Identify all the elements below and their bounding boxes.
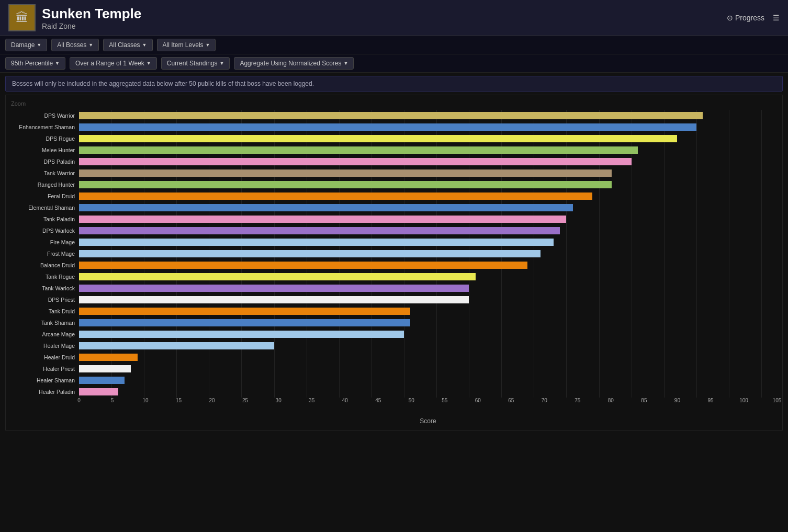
bar-label: Enhancement Shaman	[11, 124, 79, 130]
bar-label: Frost Mage	[11, 251, 79, 257]
x-tick: 70	[542, 398, 547, 403]
bar-label: Tank Warlock	[11, 285, 79, 291]
x-tick: 75	[575, 398, 580, 403]
bar-fill	[79, 296, 469, 303]
damage-filter[interactable]: Damage ▼	[5, 39, 47, 51]
bar-container	[79, 261, 761, 269]
bar-fill	[79, 342, 274, 349]
bar-fill	[79, 377, 125, 384]
chart-row: DPS Rogue	[11, 133, 777, 144]
menu-icon[interactable]: ☰	[773, 14, 780, 22]
chart-row: DPS Warrior	[11, 110, 777, 121]
x-tick: 85	[641, 398, 647, 403]
bar-container	[79, 215, 761, 223]
chart-row: Frost Mage	[11, 248, 777, 259]
bar-container	[79, 169, 761, 177]
x-tick: 35	[309, 398, 314, 403]
bar-fill	[79, 169, 612, 177]
chart-row: Healer Priest	[11, 363, 777, 375]
bar-label: DPS Priest	[11, 297, 79, 303]
bar-container	[79, 365, 761, 373]
chart-row: Feral Druid	[11, 190, 777, 202]
bar-container	[79, 111, 761, 120]
bar-container	[79, 376, 761, 384]
chart-row: Ranged Hunter	[11, 179, 777, 190]
chart-row: Tank Warlock	[11, 282, 777, 294]
bar-fill	[79, 204, 573, 211]
bar-label: Balance Druid	[11, 262, 79, 268]
bar-label: Tank Paladin	[11, 216, 79, 222]
chart-row: Tank Shaman	[11, 317, 777, 329]
bar-label: Healer Shaman	[11, 377, 79, 383]
bar-fill	[79, 193, 592, 200]
x-tick: 5	[111, 398, 114, 403]
standings-filter[interactable]: Current Standings ▼	[161, 57, 230, 70]
info-message: Bosses will only be included in the aggr…	[12, 80, 314, 87]
bar-fill	[79, 285, 469, 292]
x-tick: 20	[209, 398, 215, 403]
item-levels-filter[interactable]: All Item Levels ▼	[157, 39, 216, 51]
bar-container	[79, 353, 761, 361]
bar-fill	[79, 227, 560, 234]
bar-label: DPS Rogue	[11, 135, 79, 142]
bar-fill	[79, 273, 476, 280]
bar-container	[79, 296, 761, 304]
bar-label: Tank Rogue	[11, 274, 79, 280]
header-right: ⊙ Progress ☰	[727, 14, 780, 22]
bar-container	[79, 203, 761, 212]
chart-row: Balance Druid	[11, 259, 777, 271]
range-filter[interactable]: Over a Range of 1 Week ▼	[70, 57, 157, 70]
bosses-filter[interactable]: All Bosses ▼	[51, 39, 99, 51]
zone-icon: 🏛	[8, 4, 36, 31]
bar-fill	[79, 365, 131, 372]
bar-label: DPS Warlock	[11, 228, 79, 234]
chart-row: DPS Priest	[11, 294, 777, 305]
info-bar: Bosses will only be included in the aggr…	[5, 76, 783, 92]
bar-container	[79, 227, 761, 235]
bar-label: Ranged Hunter	[11, 182, 79, 188]
bar-fill	[79, 331, 404, 338]
classes-filter[interactable]: All Classes ▼	[103, 39, 152, 51]
percentile-filter[interactable]: 95th Percentile ▼	[5, 57, 65, 70]
chart-row: Melee Hunter	[11, 144, 777, 156]
bar-container	[79, 134, 761, 143]
chart-row: Elemental Shaman	[11, 202, 777, 213]
x-tick: 55	[442, 398, 447, 403]
chart-row: Healer Paladin	[11, 386, 777, 398]
x-tick: 80	[608, 398, 614, 403]
bar-container	[79, 273, 761, 281]
x-tick: 95	[707, 398, 713, 403]
x-tick: 0	[77, 398, 81, 403]
bar-container	[79, 157, 761, 166]
bar-fill	[79, 250, 541, 257]
bar-container	[79, 238, 761, 246]
chart-row: Tank Paladin	[11, 213, 777, 225]
bar-container	[79, 307, 761, 315]
chart-row: Arcane Mage	[11, 329, 777, 340]
bar-label: Healer Priest	[11, 366, 79, 372]
aggregate-filter[interactable]: Aggregate Using Normalized Scores ▼	[234, 57, 354, 70]
bar-container	[79, 192, 761, 200]
x-tick: 15	[176, 398, 182, 403]
x-tick: 30	[276, 398, 282, 403]
bar-fill	[79, 216, 566, 223]
app-header: 🏛 Sunken Temple Raid Zone ⊙ Progress ☰	[0, 0, 788, 36]
x-tick: 60	[475, 398, 481, 403]
chart-row: Enhancement Shaman	[11, 121, 777, 133]
x-tick: 105	[773, 398, 782, 403]
progress-link[interactable]: ⊙ Progress	[727, 14, 764, 22]
x-tick: 45	[375, 398, 381, 403]
bar-fill	[79, 354, 138, 361]
bar-label: Healer Druid	[11, 354, 79, 360]
bar-container	[79, 123, 761, 131]
bar-container	[79, 146, 761, 154]
x-axis: 0510152025303540455055606570758085909510…	[79, 398, 777, 408]
bar-label: Tank Shaman	[11, 320, 79, 326]
bar-container	[79, 284, 761, 292]
bar-fill	[79, 319, 410, 326]
bar-container	[79, 319, 761, 327]
bar-container	[79, 388, 761, 396]
chart-row: Fire Mage	[11, 236, 777, 248]
bar-label: Healer Paladin	[11, 389, 79, 395]
bar-container	[79, 180, 761, 189]
